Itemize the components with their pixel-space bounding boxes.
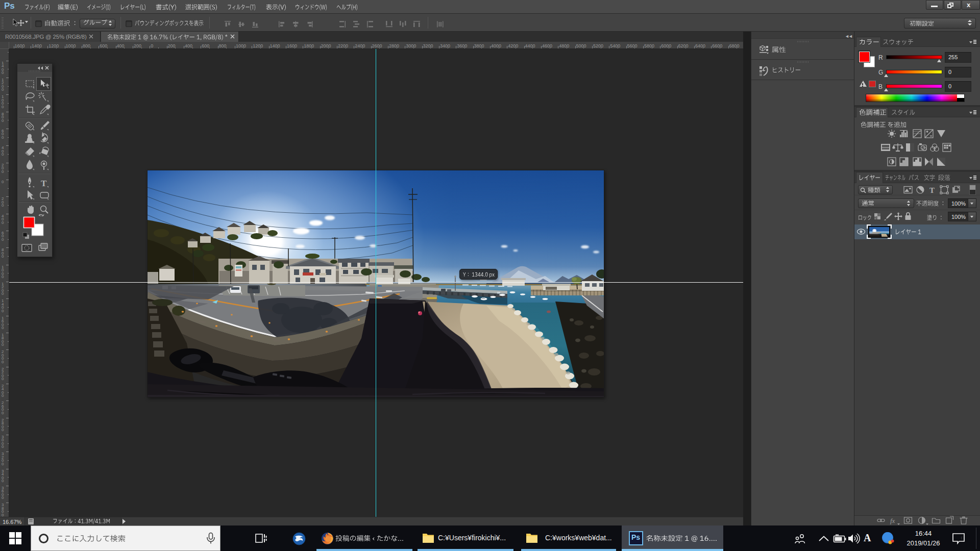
svg-text:T: T bbox=[41, 179, 47, 188]
svg-text:fx: fx bbox=[890, 517, 895, 524]
